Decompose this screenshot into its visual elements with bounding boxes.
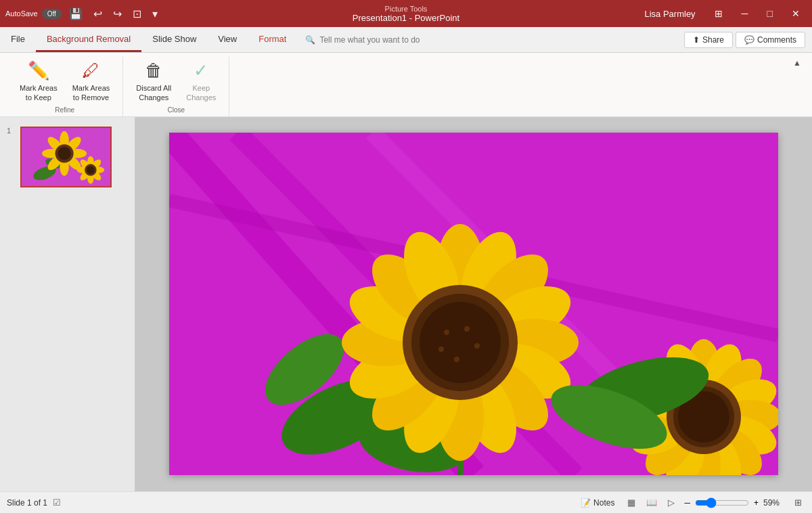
search-icon: 🔍 (305, 35, 315, 45)
slide-canvas[interactable] (169, 133, 778, 475)
svg-point-51 (444, 330, 449, 335)
slide-count-label: Slide 1 of 1 (7, 498, 47, 508)
customize-button[interactable]: ▾ (149, 5, 161, 22)
zoom-control: ─ + 59% (682, 496, 787, 510)
status-bar: Slide 1 of 1 ☑ 📝 Notes ▦ 📖 ▷ ─ + 59% ⊞ (0, 491, 812, 513)
status-right: 📝 Notes ▦ 📖 ▷ ─ + 59% ⊞ (575, 495, 805, 510)
zoom-in-icon[interactable]: + (752, 496, 761, 510)
ribbon-group-close: 🗑 Discard AllChanges ✓ KeepChanges Close (123, 57, 229, 116)
tab-format[interactable]: Format (248, 27, 297, 52)
slide-view-button[interactable]: ▦ (624, 495, 639, 510)
main-content: 1 (0, 117, 812, 491)
redo-button[interactable]: ↪ (110, 5, 125, 22)
tab-background-removal[interactable]: Background Removal (36, 27, 141, 52)
trash-icon: 🗑 (145, 60, 162, 81)
minimize-button[interactable]: ─ (735, 5, 755, 22)
keep-changes-button[interactable]: ✓ KeepChanges (180, 57, 222, 106)
share-icon: ⬆ (693, 35, 700, 45)
zoom-level: 59% (763, 498, 787, 508)
canvas-area (135, 117, 812, 491)
mark-areas-remove-button[interactable]: 🖊 Mark Areasto Remove (66, 57, 116, 106)
svg-point-52 (464, 326, 470, 332)
search-bar: 🔍 (297, 27, 684, 52)
refine-label: Refine (55, 106, 74, 116)
tab-bar: File Background Removal Slide Show View … (0, 27, 812, 53)
zoom-out-icon[interactable]: ─ (682, 496, 692, 510)
autosave-label: AutoSave (5, 9, 38, 18)
help-button[interactable]: ⊞ (708, 5, 729, 22)
notes-button[interactable]: 📝 Notes (575, 495, 620, 510)
save-button[interactable]: 💾 (66, 5, 86, 22)
reading-view-button[interactable]: 📖 (643, 495, 660, 510)
svg-point-22 (87, 166, 95, 174)
search-input[interactable] (319, 35, 468, 45)
pencil-minus-icon: 🖊 (82, 60, 99, 81)
svg-point-55 (438, 347, 444, 352)
maximize-button[interactable]: □ (761, 5, 780, 22)
slide-thumbnail-1[interactable] (20, 127, 112, 187)
title-bar: AutoSave Off 💾 ↩ ↪ ⊡ ▾ Picture Tools Pre… (0, 0, 812, 27)
svg-point-50 (420, 302, 501, 383)
presentation-mode-button[interactable]: ⊡ (129, 5, 145, 22)
zoom-slider[interactable] (695, 497, 749, 508)
app-title: Presentation1 - PowerPoint (353, 13, 459, 23)
comments-button[interactable]: 💬 Comments (736, 32, 805, 48)
ribbon-collapse-button[interactable]: ▲ (789, 57, 805, 69)
mark-areas-keep-button[interactable]: ✏️ Mark Areasto Keep (14, 57, 64, 106)
slide-item-1[interactable]: 1 (4, 124, 131, 190)
presentation-view-button[interactable]: ▷ (664, 495, 678, 510)
slide-number-1: 1 (7, 127, 16, 135)
notes-icon: 📝 (581, 498, 591, 508)
share-button[interactable]: ⬆ Share (684, 32, 733, 48)
undo-button[interactable]: ↩ (90, 5, 106, 22)
close-label: Close (168, 106, 185, 116)
tab-slide-show[interactable]: Slide Show (141, 27, 207, 52)
svg-point-54 (454, 357, 459, 362)
accessibility-icon: ☑ (53, 497, 61, 508)
pencil-plus-icon: ✏️ (28, 60, 49, 81)
tab-view[interactable]: View (207, 27, 248, 52)
fit-slide-button[interactable]: ⊞ (791, 495, 805, 510)
slide-info: Slide 1 of 1 ☑ (7, 497, 575, 508)
comment-icon: 💬 (744, 35, 754, 45)
user-name: Lisa Parmley (644, 9, 695, 19)
autosave-toggle[interactable]: Off (42, 9, 62, 19)
ribbon-group-refine: ✏️ Mark Areasto Keep 🖊 Mark Areasto Remo… (7, 57, 123, 116)
svg-point-53 (474, 343, 480, 349)
ribbon: ✏️ Mark Areasto Keep 🖊 Mark Areasto Remo… (0, 53, 812, 117)
checkmark-icon: ✓ (194, 60, 208, 81)
slide-panel: 1 (0, 117, 135, 491)
discard-all-button[interactable]: 🗑 Discard AllChanges (130, 57, 177, 106)
tab-file[interactable]: File (0, 27, 36, 52)
close-button[interactable]: ✕ (785, 5, 807, 22)
picture-tools-label: Picture Tools (385, 5, 428, 13)
svg-point-12 (58, 147, 70, 160)
